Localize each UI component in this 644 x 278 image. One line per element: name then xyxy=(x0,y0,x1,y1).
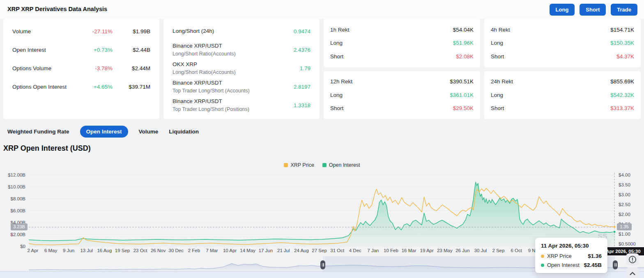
handle-grip-icon xyxy=(323,263,324,267)
open-interest-point-dot xyxy=(613,230,616,233)
xrp-derivatives-page: XRP XRP Derivatives Data Analysis Long S… xyxy=(0,0,644,278)
open-interest-area xyxy=(29,182,615,246)
tooltip-date: 11 Apr 2026, 05:30 xyxy=(541,243,602,249)
crosshair-oi-value-badge: 3.23B xyxy=(11,223,28,230)
main-chart-svg xyxy=(0,0,644,278)
tooltip-series-label: XRP Price xyxy=(547,253,585,259)
tooltip-rows: XRP Price$1.36Open Interest$2.45B xyxy=(541,253,602,268)
navigator-right-handle[interactable] xyxy=(613,260,618,269)
tooltip-series-value: $1.36 xyxy=(588,253,602,259)
tooltip-series-label: Open Interest xyxy=(547,262,581,268)
tooltip-series-value: $2.45B xyxy=(584,262,602,268)
handle-grip-icon xyxy=(322,263,323,267)
crosshair-price-value-badge: 1.35 xyxy=(617,223,632,230)
navigator-left-handle[interactable] xyxy=(320,260,325,269)
handle-grip-icon xyxy=(614,263,615,267)
chevron-up-icon xyxy=(628,269,637,278)
tooltip-series-dot-icon xyxy=(541,264,544,267)
chart-tooltip: 11 Apr 2026, 05:30 XRP Price$1.36Open In… xyxy=(535,238,607,273)
xrp-price-point-dot xyxy=(613,226,616,228)
gear-icon xyxy=(628,255,637,264)
tooltip-row: Open Interest$2.45B xyxy=(541,262,602,268)
handle-grip-icon xyxy=(616,263,616,267)
tooltip-series-dot-icon xyxy=(541,255,544,258)
chart-settings-button[interactable] xyxy=(626,253,639,266)
tooltip-row: XRP Price$1.36 xyxy=(541,253,602,259)
collapse-button[interactable] xyxy=(626,267,639,278)
